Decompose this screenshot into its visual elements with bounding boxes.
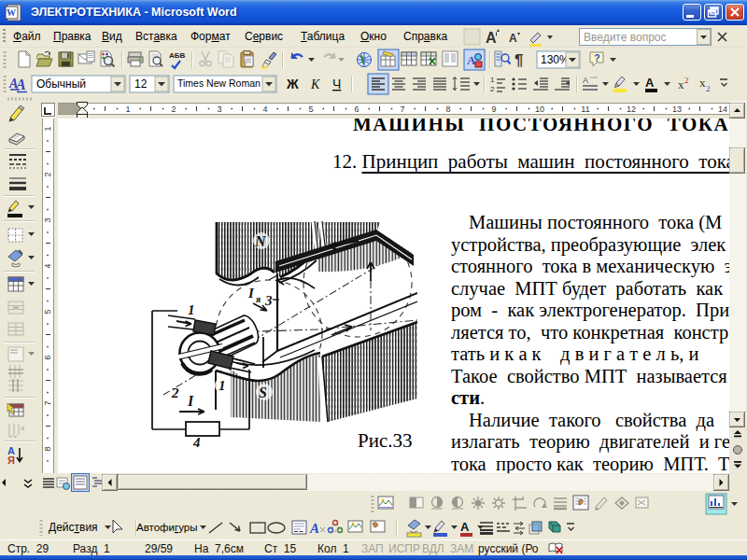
svg-text:А: А (509, 32, 517, 45)
svg-text:Обычный: Обычный (36, 77, 86, 91)
svg-text:?: ? (594, 52, 600, 63)
svg-text:Times New Roman: Times New Roman (177, 77, 261, 89)
svg-text:S: S (259, 385, 267, 400)
svg-text:Действия: Действия (49, 521, 98, 534)
svg-text:2: 2 (706, 84, 711, 93)
svg-text:АБВ: АБВ (169, 51, 186, 60)
svg-text:2: 2 (171, 385, 179, 400)
svg-text:3: 3 (264, 293, 273, 308)
svg-text:4: 4 (192, 435, 201, 450)
svg-text:А: А (486, 30, 497, 46)
svg-text:А: А (460, 520, 470, 534)
svg-text:13: 13 (672, 105, 682, 114)
svg-text:А: А (309, 521, 319, 536)
svg-text:Ч: Ч (332, 77, 341, 91)
svg-text:2: 2 (171, 105, 176, 114)
svg-text:I: I (187, 393, 194, 409)
svg-text:2: 2 (490, 85, 495, 93)
svg-text:4: 4 (43, 263, 52, 268)
svg-text:1: 1 (43, 126, 52, 131)
svg-text:1: 1 (125, 105, 130, 114)
svg-text:9: 9 (491, 105, 496, 114)
svg-text:5: 5 (43, 309, 52, 314)
svg-text:2: 2 (684, 76, 689, 85)
svg-text:I: I (247, 286, 255, 301)
svg-text:8: 8 (43, 446, 52, 451)
svg-text:3: 3 (43, 217, 52, 222)
svg-text:W: W (7, 7, 16, 18)
svg-text:12: 12 (134, 77, 148, 91)
svg-text:14: 14 (718, 105, 727, 114)
svg-text:12: 12 (627, 105, 636, 114)
svg-text:6: 6 (354, 105, 359, 114)
svg-text:А: А (645, 76, 655, 90)
svg-text:Автофигуры: Автофигуры (136, 522, 197, 533)
svg-text:К: К (310, 77, 320, 91)
svg-text:7: 7 (400, 105, 404, 114)
svg-text:А: А (583, 76, 588, 85)
svg-text:8: 8 (445, 105, 450, 114)
svg-text:¶: ¶ (514, 51, 523, 69)
svg-text:10: 10 (535, 105, 544, 114)
svg-text:Ж: Ж (286, 77, 299, 91)
svg-text:1: 1 (188, 302, 195, 317)
svg-text:7: 7 (43, 400, 52, 405)
svg-text:4: 4 (262, 105, 267, 114)
svg-text:х: х (678, 77, 684, 91)
svg-text:я: я (255, 294, 261, 304)
svg-text:Я: Я (7, 455, 15, 466)
svg-text:6: 6 (43, 355, 52, 359)
svg-text:3: 3 (217, 105, 221, 114)
svg-text:х: х (699, 76, 706, 90)
svg-text:1: 1 (490, 76, 495, 84)
svg-text:1: 1 (218, 378, 226, 393)
svg-text:N: N (254, 233, 267, 249)
svg-text:5: 5 (308, 105, 313, 114)
svg-text:2: 2 (43, 172, 52, 176)
svg-text:130%: 130% (541, 53, 570, 66)
svg-text:11: 11 (581, 105, 589, 114)
